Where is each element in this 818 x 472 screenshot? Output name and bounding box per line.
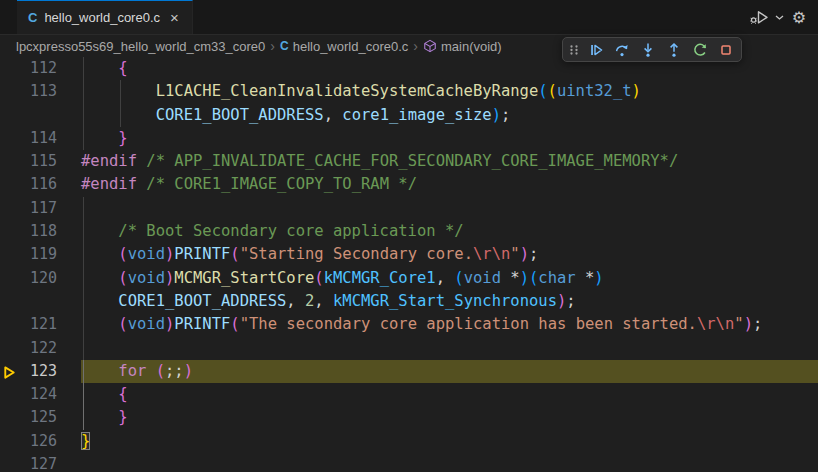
indent-guide: [120, 104, 121, 127]
code-content[interactable]: {: [81, 383, 818, 406]
code-token: ;: [566, 292, 575, 310]
chevron-down-icon[interactable]: [773, 12, 786, 23]
code-token: *: [501, 269, 520, 287]
breadcrumb-project[interactable]: lpcxpresso55s69_hello_world_cm33_core0: [16, 39, 265, 54]
code-token: ,: [324, 106, 343, 124]
step-over-icon[interactable]: [609, 39, 634, 60]
code-token: [81, 245, 118, 263]
code-token: ): [165, 269, 174, 287]
code-line-117: 117: [0, 197, 818, 220]
code-content[interactable]: [81, 337, 818, 360]
line-number[interactable]: 113: [0, 80, 81, 103]
code-token: ;;: [165, 362, 184, 380]
code-editor[interactable]: 112 {113 L1CACHE_CleanInvalidateSystemCa…: [0, 57, 818, 472]
code-token: uint32_t: [557, 82, 632, 100]
tab-hello-world-core0[interactable]: C hello_world_core0.c ×: [17, 0, 193, 34]
code-token: (: [538, 82, 547, 100]
code-content[interactable]: (void)MCMGR_StartCore(kMCMGR_Core1, (voi…: [81, 267, 818, 290]
code-token: (: [548, 82, 557, 100]
run-or-debug-icon[interactable]: [747, 7, 771, 27]
code-token: [81, 292, 118, 310]
indent-guide: [120, 80, 121, 103]
step-into-icon[interactable]: [635, 39, 660, 60]
step-out-icon[interactable]: [661, 39, 686, 60]
code-content[interactable]: (void)PRINTF("The secondary core applica…: [81, 313, 818, 336]
code-token: MCMGR_StartCore: [174, 269, 314, 287]
c-file-icon: C: [28, 10, 37, 25]
code-content[interactable]: for (;;): [81, 360, 818, 383]
indent-guide: [83, 313, 84, 336]
breadcrumb-separator: ›: [413, 38, 418, 54]
code-line-119: 119 (void)PRINTF("Starting Secondary cor…: [0, 243, 818, 266]
code-token: ,: [314, 292, 333, 310]
code-line-120: 120 (void)MCMGR_StartCore(kMCMGR_Core1, …: [0, 267, 818, 290]
code-token: for: [118, 362, 146, 380]
code-content[interactable]: }: [81, 430, 818, 453]
code-token: [81, 385, 118, 403]
code-token: \r\n: [697, 315, 734, 333]
code-content[interactable]: #endif /* APP_INVALIDATE_CACHE_FOR_SECON…: [81, 150, 818, 173]
line-number[interactable]: 120: [0, 267, 81, 290]
tab-bar: C hello_world_core0.c × ⚙: [0, 0, 818, 35]
line-number[interactable]: 122: [0, 337, 81, 360]
code-token: [81, 222, 118, 240]
gripper-icon[interactable]: [566, 39, 582, 60]
code-token: ): [594, 269, 603, 287]
code-token: [137, 175, 146, 193]
code-line-wrap: CORE1_BOOT_ADDRESS, 2, kMCMGR_Start_Sync…: [0, 290, 818, 313]
code-token: core1_image_size: [342, 106, 491, 124]
line-number[interactable]: 121: [0, 313, 81, 336]
indent-guide: [83, 267, 84, 290]
code-token: ": [510, 245, 519, 263]
code-token: (: [230, 245, 239, 263]
stop-icon[interactable]: [713, 39, 738, 60]
line-number[interactable]: 124: [0, 383, 81, 406]
gutter: 125: [0, 406, 81, 429]
code-line-122: 122: [0, 337, 818, 360]
code-content[interactable]: L1CACHE_CleanInvalidateSystemCacheByRang…: [81, 80, 818, 103]
code-content[interactable]: CORE1_BOOT_ADDRESS, 2, kMCMGR_Start_Sync…: [81, 290, 818, 313]
line-number[interactable]: 125: [0, 406, 81, 429]
code-content[interactable]: (void)PRINTF("Starting Secondary core.\r…: [81, 243, 818, 266]
code-token: {: [118, 385, 127, 403]
code-token: /* Boot Secondary core application */: [118, 222, 463, 240]
code-content[interactable]: CORE1_BOOT_ADDRESS, core1_image_size);: [81, 104, 818, 127]
line-number[interactable]: 118: [0, 220, 81, 243]
debug-toolbar: [562, 37, 742, 62]
line-number[interactable]: 127: [0, 453, 81, 472]
code-line-127: 127: [0, 453, 818, 472]
restart-icon[interactable]: [687, 39, 712, 60]
line-number[interactable]: 116: [0, 173, 81, 196]
breadcrumb-file[interactable]: C hello_world_core0.c: [280, 39, 408, 54]
indent-guide: [83, 220, 84, 243]
line-number[interactable]: 114: [0, 127, 81, 150]
indent-guide: [83, 243, 84, 266]
line-number[interactable]: 126: [0, 430, 81, 453]
code-token: char: [538, 269, 575, 287]
code-content[interactable]: [81, 453, 818, 472]
line-number[interactable]: 119: [0, 243, 81, 266]
close-icon[interactable]: ×: [167, 9, 182, 26]
code-content[interactable]: #endif /* CORE1_IMAGE_COPY_TO_RAM */: [81, 173, 818, 196]
gutter: 117: [0, 197, 81, 220]
code-content[interactable]: /* Boot Secondary core application */: [81, 220, 818, 243]
indent-guide: [83, 290, 84, 313]
code-token: ,: [436, 269, 455, 287]
code-token: #endif: [81, 175, 137, 193]
line-number[interactable]: 112: [0, 57, 81, 80]
gutter: 126: [0, 430, 81, 453]
code-content[interactable]: [81, 197, 818, 220]
code-token: ): [492, 106, 501, 124]
code-token: ): [632, 82, 641, 100]
line-number[interactable]: 115: [0, 150, 81, 173]
line-number[interactable]: 117: [0, 197, 81, 220]
code-line-125: 125 }: [0, 406, 818, 429]
code-content[interactable]: }: [81, 406, 818, 429]
code-token: (: [454, 269, 463, 287]
settings-gear-icon[interactable]: ⚙: [790, 6, 808, 29]
breadcrumb-symbol[interactable]: main(void): [423, 39, 502, 54]
continue-icon[interactable]: [583, 39, 608, 60]
code-token: }: [118, 129, 127, 147]
debug-current-line-arrow-icon: [2, 364, 17, 379]
code-content[interactable]: }: [81, 127, 818, 150]
